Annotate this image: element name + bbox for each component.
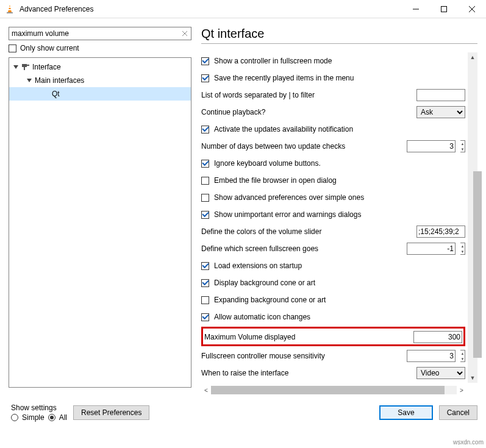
label: Define the colors of the volume slider (201, 227, 412, 236)
cancel-button[interactable]: Cancel (439, 405, 477, 420)
svg-rect-11 (22, 64, 27, 67)
highlighted-row: Maximum Volume displayed (201, 327, 465, 346)
label: Number of days between two update checks (201, 142, 402, 151)
filter-words-input[interactable] (416, 89, 465, 101)
close-button[interactable] (458, 0, 486, 18)
svg-marker-14 (27, 79, 32, 82)
checkbox-bg-cone[interactable] (201, 279, 209, 287)
scroll-thumb[interactable] (211, 386, 445, 394)
svg-rect-3 (8, 9, 11, 10)
checkbox-expand-cone[interactable] (201, 296, 209, 304)
update-days-input[interactable] (407, 140, 456, 152)
label: Show unimportant error and warnings dial… (214, 210, 465, 219)
fs-sensitivity-input[interactable] (407, 350, 456, 362)
spinner-icon[interactable]: ▲▼ (460, 243, 465, 255)
tree-item-interface[interactable]: Interface (9, 60, 191, 74)
checkbox-ignore-kb-volume[interactable] (201, 160, 209, 168)
checkbox-embed-file-browser[interactable] (201, 177, 209, 185)
svg-rect-1 (7, 12, 13, 13)
label: Show advanced preferences over simple on… (214, 193, 465, 202)
svg-rect-2 (9, 7, 11, 8)
label: Allow automatic icon changes (214, 313, 465, 321)
label: When to raise the interface (201, 369, 412, 377)
horizontal-scrollbar[interactable]: < > (201, 385, 466, 395)
chevron-down-icon (13, 64, 19, 70)
only-show-current-checkbox[interactable] (9, 44, 16, 52)
tree-item-main-interfaces[interactable]: Main interfaces (9, 74, 191, 87)
search-input[interactable] (9, 27, 191, 40)
tree-label: Main interfaces (35, 76, 84, 85)
minimize-button[interactable] (402, 0, 430, 18)
label: Continue playback? (201, 108, 412, 116)
continue-playback-select[interactable]: Ask (416, 106, 465, 118)
titlebar: Advanced Preferences (0, 0, 486, 18)
label: Ignore keyboard volume buttons. (214, 159, 465, 168)
radio-all-label: All (59, 413, 67, 422)
watermark: wsxdn.com (453, 439, 484, 446)
tree-item-qt[interactable]: Qt (9, 87, 191, 101)
checkbox-adv-over-simple[interactable] (201, 194, 209, 202)
label: Define which screen fullscreen goes (201, 244, 402, 253)
show-settings-label: Show settings (11, 404, 67, 412)
label: List of words separated by | to filter (201, 91, 412, 99)
svg-rect-13 (27, 65, 29, 66)
clear-search-icon[interactable] (180, 29, 189, 38)
tree-label: Qt (52, 90, 60, 98)
chevron-down-icon (26, 77, 32, 84)
preferences-tree[interactable]: Interface Main interfaces Qt (9, 57, 191, 388)
radio-simple[interactable] (11, 414, 18, 421)
divider (201, 43, 477, 44)
vertical-scrollbar[interactable]: ▲ ▼ (468, 52, 477, 383)
radio-all[interactable] (48, 414, 55, 421)
label: Fullscreen controller mouse sensitivity (201, 352, 402, 360)
radio-simple-label: Simple (22, 413, 45, 422)
volume-colors-input[interactable] (416, 226, 465, 238)
scroll-down-icon[interactable]: ▼ (468, 373, 477, 383)
checkbox-save-recent[interactable] (201, 74, 209, 82)
search-input-wrap[interactable] (9, 27, 191, 40)
checkbox-fullscreen-controller[interactable] (201, 57, 209, 65)
spinner-icon[interactable]: ▲▼ (460, 140, 465, 152)
save-button[interactable]: Save (379, 405, 432, 420)
interface-icon (21, 63, 30, 71)
scroll-up-icon[interactable]: ▲ (468, 52, 477, 62)
section-title: Qt interface (201, 27, 477, 41)
reset-preferences-button[interactable]: Reset Preferences (73, 405, 149, 420)
raise-interface-select[interactable]: Video (416, 367, 465, 379)
svg-rect-12 (24, 67, 25, 70)
max-volume-input[interactable] (413, 331, 462, 343)
label: Embed the file browser in open dialog (214, 176, 465, 185)
label: Maximum Volume displayed (204, 333, 409, 341)
label: Activate the updates availability notifi… (214, 125, 465, 133)
vlc-app-icon (5, 4, 15, 14)
window-title: Advanced Preferences (20, 5, 402, 13)
label: Save the recently played items in the me… (214, 74, 465, 82)
label: Load extensions on startup (214, 261, 465, 270)
checkbox-load-ext[interactable] (201, 262, 209, 270)
svg-marker-10 (13, 65, 18, 69)
scroll-thumb[interactable] (473, 171, 482, 358)
spinner-icon[interactable]: ▲▼ (460, 350, 465, 362)
checkbox-auto-icon[interactable] (201, 313, 209, 321)
only-show-current-label: Only show current (20, 44, 79, 52)
svg-marker-0 (8, 5, 12, 12)
scroll-left-icon[interactable]: < (201, 385, 211, 395)
label: Display background cone or art (214, 279, 465, 287)
fullscreen-screen-input[interactable] (407, 243, 456, 255)
maximize-button[interactable] (430, 0, 458, 18)
tree-label: Interface (32, 63, 61, 71)
checkbox-show-unimportant[interactable] (201, 211, 209, 219)
checkbox-updates-notify[interactable] (201, 126, 209, 133)
scroll-right-icon[interactable]: > (457, 385, 466, 395)
label: Show a controller in fullscreen mode (214, 57, 465, 65)
label: Expanding background cone or art (214, 296, 465, 304)
svg-rect-5 (441, 6, 447, 12)
